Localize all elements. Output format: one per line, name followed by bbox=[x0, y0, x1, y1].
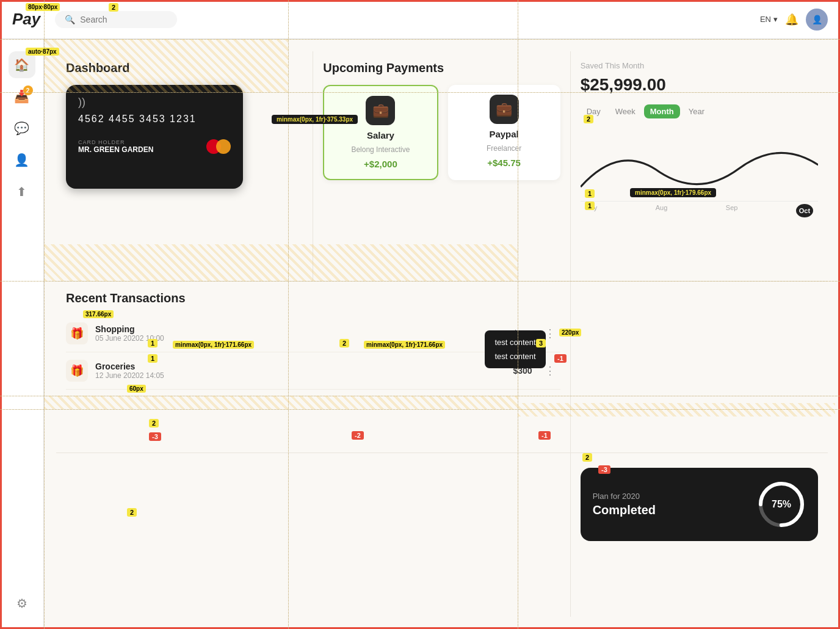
progress-percent: 75% bbox=[772, 499, 791, 510]
shopping-icon: 🎁 bbox=[66, 322, 88, 344]
sidebar-item-user[interactable]: 👤 bbox=[9, 147, 35, 173]
search-bar[interactable]: 🔍 bbox=[55, 11, 177, 28]
plan-card: Plan for 2020 Completed 75% bbox=[581, 468, 818, 541]
tab-year[interactable]: Year bbox=[682, 104, 711, 118]
paypal-icon: 💼 bbox=[490, 95, 519, 124]
logo: Pay bbox=[12, 10, 40, 29]
upload-icon: ⬆ bbox=[16, 184, 27, 199]
mastercard-circle-orange bbox=[216, 139, 231, 154]
card-number: 4562 4455 3453 1231 bbox=[78, 114, 231, 125]
transaction-name-shopping: Shopping bbox=[95, 324, 506, 334]
section-upcoming: Upcoming Payments 💼 Salary Belong Intera… bbox=[313, 51, 570, 282]
mastercard-logo bbox=[206, 139, 231, 154]
section-transactions: Recent Transactions 🎁 Shopping 05 June 2… bbox=[56, 282, 571, 454]
month-aug[interactable]: Aug bbox=[656, 204, 668, 217]
sidebar-item-inbox[interactable]: 📥 2 bbox=[9, 83, 35, 110]
payment-card-paypal[interactable]: 💼 Paypal Freelancer +$45.75 bbox=[448, 85, 560, 180]
sidebar-item-upload[interactable]: ⬆ bbox=[9, 178, 35, 205]
salary-title: Salary bbox=[367, 130, 394, 140]
section-dashboard: Dashboard )) 4562 4455 3453 1231 CARD HO… bbox=[56, 51, 313, 282]
groceries-icon: 🎁 bbox=[66, 360, 88, 382]
chart-svg bbox=[581, 128, 818, 202]
chart-months: July Aug Sep Oct bbox=[581, 204, 818, 217]
context-menu-item-1[interactable]: test content bbox=[494, 335, 535, 349]
transaction-info-shopping: Shopping 05 June 20202 10:00 bbox=[95, 324, 506, 343]
tab-month[interactable]: Month bbox=[644, 104, 680, 118]
paypal-title: Paypal bbox=[489, 129, 518, 139]
main-content: Dashboard )) 4562 4455 3453 1231 CARD HO… bbox=[44, 39, 840, 629]
tab-day[interactable]: Day bbox=[581, 104, 607, 118]
plan-progress-ring: 75% bbox=[757, 480, 806, 529]
salary-sub: Belong Interactive bbox=[351, 145, 410, 154]
savings-chart bbox=[581, 128, 818, 202]
transaction-date-shopping: 05 June 20202 10:00 bbox=[95, 334, 506, 343]
card-holder-label: CARD HOLDER bbox=[78, 139, 153, 145]
notification-bell[interactable]: 🔔 bbox=[785, 13, 798, 26]
payment-card-salary[interactable]: 💼 Salary Belong Interactive +$2,000 bbox=[323, 85, 438, 180]
section-chart-right bbox=[571, 282, 828, 454]
paypal-amount: +$45.75 bbox=[487, 158, 521, 168]
chat-icon: 💬 bbox=[14, 121, 29, 136]
sidebar-item-settings[interactable]: ⚙ bbox=[9, 590, 35, 617]
card-holder-name: MR. GREEN GARDEN bbox=[78, 145, 153, 154]
payment-cards: 💼 Salary Belong Interactive +$2,000 💼 Pa… bbox=[323, 85, 560, 180]
time-tabs: Day Week Month Year bbox=[581, 104, 818, 118]
search-input[interactable] bbox=[80, 15, 165, 24]
context-menu-item-2[interactable]: test content bbox=[494, 349, 535, 363]
transaction-name-groceries: Groceries bbox=[95, 362, 506, 371]
language-selector[interactable]: EN ▾ bbox=[760, 15, 778, 24]
section-saved: Saved This Month $25,999.00 Day Week Mon… bbox=[571, 51, 828, 282]
settings-icon: ⚙ bbox=[16, 596, 27, 611]
plan-subtitle: Completed bbox=[593, 503, 656, 517]
user-icon: 👤 bbox=[14, 153, 29, 167]
credit-card: )) 4562 4455 3453 1231 CARD HOLDER MR. G… bbox=[66, 85, 243, 189]
user-avatar[interactable]: 👤 bbox=[806, 9, 828, 31]
topbar-right: EN ▾ 🔔 👤 bbox=[760, 9, 828, 31]
salary-icon: 💼 bbox=[366, 96, 395, 125]
plan-title: Plan for 2020 bbox=[593, 492, 656, 501]
saved-amount: $25,999.00 bbox=[581, 75, 818, 95]
salary-amount: +$2,000 bbox=[364, 159, 397, 169]
context-menu: test content test content bbox=[485, 330, 545, 369]
month-july[interactable]: July bbox=[585, 204, 598, 217]
card-wifi-icon: )) bbox=[78, 96, 231, 109]
saved-label: Saved This Month bbox=[581, 61, 818, 70]
month-oct[interactable]: Oct bbox=[796, 204, 813, 217]
home-icon: 🏠 bbox=[14, 57, 29, 72]
transaction-date-groceries: 12 June 20202 14:05 bbox=[95, 371, 506, 380]
transactions-title: Recent Transactions bbox=[66, 291, 560, 305]
section-bottom-right: Plan for 2020 Completed 75% bbox=[571, 453, 828, 617]
sidebar-item-chat[interactable]: 💬 bbox=[9, 115, 35, 142]
section-bottom-left bbox=[56, 453, 571, 617]
transaction-info-groceries: Groceries 12 June 20202 14:05 bbox=[95, 362, 506, 380]
dashboard-title: Dashboard bbox=[66, 61, 303, 75]
upcoming-title: Upcoming Payments bbox=[323, 61, 560, 75]
sidebar-item-home[interactable]: 🏠 bbox=[9, 51, 35, 78]
search-icon: 🔍 bbox=[65, 15, 75, 24]
month-sep[interactable]: Sep bbox=[726, 204, 738, 217]
topbar: Pay 🔍 EN ▾ 🔔 👤 bbox=[0, 0, 840, 39]
tab-week[interactable]: Week bbox=[609, 104, 642, 118]
inbox-badge: 2 bbox=[23, 85, 33, 95]
card-bottom: CARD HOLDER MR. GREEN GARDEN bbox=[78, 139, 231, 154]
app-layout: 🏠 📥 2 💬 👤 ⬆ ⚙ Dashboard )) 4562 4455 345… bbox=[0, 39, 840, 629]
sidebar: 🏠 📥 2 💬 👤 ⬆ ⚙ bbox=[0, 39, 44, 629]
paypal-sub: Freelancer bbox=[487, 144, 521, 153]
